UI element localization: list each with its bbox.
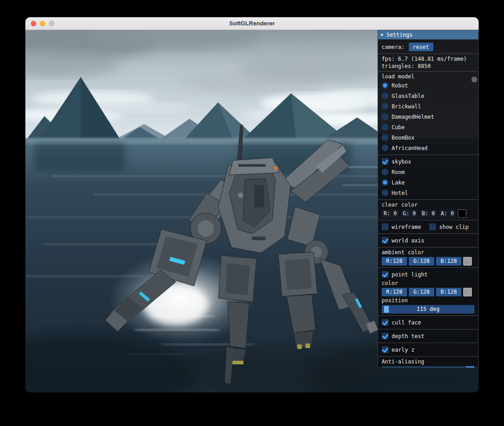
model-option-damagedhelmet[interactable]: DamagedHelmet	[378, 111, 478, 122]
light-color-row: R:128 G:128 B:128	[378, 287, 478, 297]
ambient-color-swatch[interactable]	[463, 257, 472, 266]
light-r-field[interactable]: R:128	[382, 288, 407, 296]
separator	[378, 329, 478, 329]
cull-face-label: cull face	[392, 320, 421, 325]
wireframe-label: wireframe	[392, 224, 421, 230]
ambient-b-field[interactable]: B:128	[436, 257, 461, 266]
radio-icon[interactable]	[382, 82, 388, 89]
separator	[378, 247, 478, 247]
model-option-label: Cube	[392, 125, 405, 130]
model-option-label: DamagedHelmet	[392, 114, 434, 120]
checkbox-icon[interactable]	[382, 158, 388, 165]
early-z-label: early z	[392, 347, 415, 353]
ambient-g-field[interactable]: G:128	[409, 257, 434, 266]
radio-icon[interactable]	[382, 169, 388, 175]
aa-combo[interactable]: FXAA ▼	[382, 366, 475, 368]
separator	[378, 233, 478, 234]
load-model-label: load model	[378, 73, 478, 80]
model-option-label: GlassTable	[392, 93, 424, 99]
radio-icon[interactable]	[382, 103, 388, 110]
camera-reset-button[interactable]: reset	[409, 43, 433, 51]
settings-header[interactable]: ▼ Settings	[378, 30, 478, 39]
clear-r-field[interactable]: R: 0	[382, 209, 399, 218]
clear-g-field[interactable]: G: 0	[401, 209, 418, 218]
model-option-boombox[interactable]: BoomBox	[378, 132, 478, 143]
checkbox-icon[interactable]	[382, 333, 388, 339]
radio-icon[interactable]	[382, 189, 388, 196]
skybox-checkbox-row[interactable]: skybox	[378, 156, 478, 167]
collapse-arrow-icon[interactable]: ▼	[381, 33, 383, 37]
world-axis-row[interactable]: world axis	[378, 235, 478, 246]
minimize-button[interactable]	[40, 21, 45, 26]
checkbox-icon[interactable]	[382, 271, 388, 278]
model-option-label: BoomBox	[392, 135, 415, 140]
point-light-row[interactable]: point light	[378, 269, 478, 280]
camera-label: camera:	[382, 44, 405, 50]
position-slider-row: 115 deg	[378, 304, 478, 314]
light-color-swatch[interactable]	[463, 288, 472, 296]
model-option-glasstable[interactable]: GlassTable	[378, 91, 478, 101]
chevron-down-icon[interactable]: ▼	[466, 366, 475, 368]
checkbox-icon[interactable]	[382, 319, 388, 326]
model-option-africanhead[interactable]: AfricanHead	[378, 143, 478, 153]
checkbox-icon[interactable]	[429, 223, 436, 230]
scrollbar-grab[interactable]	[471, 77, 477, 82]
model-option-brickwall[interactable]: Brickwall	[378, 101, 478, 111]
separator	[378, 356, 478, 357]
ambient-r-field[interactable]: R:128	[382, 257, 407, 266]
early-z-row[interactable]: early z	[378, 344, 478, 355]
model-option-robot[interactable]: Robot	[378, 80, 478, 91]
clear-b-field[interactable]: B: 0	[420, 209, 437, 218]
skybox-option-lake[interactable]: Lake	[378, 177, 478, 188]
titlebar[interactable]: SoftGLRenderer	[25, 17, 479, 30]
radio-icon[interactable]	[382, 145, 388, 151]
clear-a-field[interactable]: A: 0	[439, 209, 456, 218]
radio-icon[interactable]	[382, 134, 388, 141]
light-g-field[interactable]: G:128	[409, 288, 434, 296]
ambient-color-row: R:128 G:128 B:128	[378, 256, 478, 266]
checkbox-icon[interactable]	[382, 237, 388, 244]
light-position-slider[interactable]: 115 deg	[382, 305, 475, 314]
separator	[378, 267, 478, 268]
skybox-option-hotel[interactable]: Hotel	[378, 188, 478, 198]
checkbox-icon[interactable]	[382, 223, 388, 230]
light-b-field[interactable]: B:128	[436, 288, 461, 296]
fps-text: fps: 6.7 (148.81 ms/frame)	[378, 55, 478, 63]
cull-face-row[interactable]: cull face	[378, 317, 478, 328]
separator	[378, 315, 478, 316]
settings-title: Settings	[386, 32, 412, 38]
3d-viewport[interactable]: ▼ Settings camera: reset fps: 6.7 (148.8…	[25, 30, 479, 392]
aa-combo-value: FXAA	[382, 368, 398, 368]
radio-icon[interactable]	[382, 179, 388, 186]
triangles-text: triangles: 8850	[378, 63, 478, 70]
separator	[378, 155, 478, 155]
clear-color-row: R: 0 G: 0 B: 0 A: 0	[378, 208, 478, 218]
separator	[378, 343, 478, 343]
skybox-option-room[interactable]: Room	[378, 167, 478, 177]
window-title: SoftGLRenderer	[229, 20, 275, 27]
zoom-button[interactable]	[49, 21, 54, 26]
clear-color-swatch[interactable]	[458, 209, 466, 218]
close-button[interactable]	[31, 21, 36, 26]
position-label: position	[378, 297, 478, 304]
checkbox-icon[interactable]	[382, 346, 388, 353]
model-option-label: AfricanHead	[392, 145, 427, 151]
light-color-label: color	[378, 280, 478, 287]
camera-row: camera: reset	[378, 42, 478, 52]
separator	[378, 71, 478, 72]
radio-icon[interactable]	[382, 113, 388, 120]
radio-icon[interactable]	[382, 124, 388, 131]
settings-panel: ▼ Settings camera: reset fps: 6.7 (148.8…	[378, 30, 479, 368]
depth-test-label: depth test	[392, 334, 424, 339]
slider-value: 115 deg	[382, 305, 475, 314]
point-light-label: point light	[392, 272, 427, 277]
show-clip-label: show clip	[439, 224, 469, 230]
skybox-option-label: Room	[392, 169, 405, 175]
model-option-cube[interactable]: Cube	[378, 122, 478, 132]
ambient-color-label: ambient color	[378, 249, 478, 256]
radio-icon[interactable]	[382, 92, 388, 99]
separator	[378, 220, 478, 220]
separator	[378, 53, 478, 54]
model-option-label: Brickwall	[392, 104, 421, 109]
depth-test-row[interactable]: depth test	[378, 331, 478, 341]
